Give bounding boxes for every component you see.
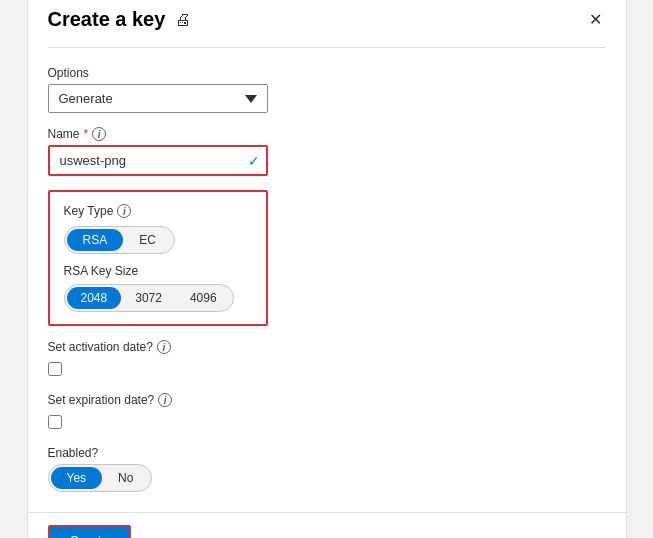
close-icon[interactable]: ✕ [585, 6, 606, 33]
key-type-section: Key Type i RSA EC RSA Key Size 2048 3072… [48, 190, 268, 326]
rsa-size-toggle: 2048 3072 4096 [64, 284, 234, 312]
activation-date-label: Set activation date? i [48, 340, 606, 354]
rsa-size-4096-btn[interactable]: 4096 [176, 287, 231, 309]
options-label: Options [48, 66, 606, 80]
enabled-no-btn[interactable]: No [102, 467, 149, 489]
name-required: * [84, 127, 89, 141]
create-button[interactable]: Create [48, 525, 131, 538]
rsa-key-size-label: RSA Key Size [64, 264, 252, 278]
activation-date-group: Set activation date? i [48, 340, 606, 379]
name-label: Name * i [48, 127, 606, 141]
enabled-toggle: Yes No [48, 464, 153, 492]
print-icon[interactable]: 🖨 [175, 11, 191, 29]
options-field: Options Generate Import Restore Backup [48, 66, 606, 113]
enabled-yes-btn[interactable]: Yes [51, 467, 103, 489]
expiration-date-label: Set expiration date? i [48, 393, 606, 407]
rsa-size-3072-btn[interactable]: 3072 [121, 287, 176, 309]
options-select[interactable]: Generate Import Restore Backup [48, 84, 268, 113]
enabled-label: Enabled? [48, 446, 606, 460]
key-type-ec-btn[interactable]: EC [123, 229, 172, 251]
panel-footer: Create [28, 512, 626, 538]
name-check-icon: ✓ [248, 153, 260, 169]
panel-header: Home > myimport1 > Select key from Azure… [28, 0, 626, 48]
expiration-date-group: Set expiration date? i [48, 393, 606, 432]
rsa-size-2048-btn[interactable]: 2048 [67, 287, 122, 309]
expiration-date-checkbox[interactable] [48, 415, 62, 429]
page-title: Create a key [48, 8, 166, 31]
key-type-info-icon[interactable]: i [117, 204, 131, 218]
key-type-toggle: RSA EC [64, 226, 175, 254]
panel-body: Options Generate Import Restore Backup N… [28, 48, 626, 492]
activation-info-icon[interactable]: i [157, 340, 171, 354]
name-input[interactable] [48, 145, 268, 176]
activation-date-checkbox[interactable] [48, 362, 62, 376]
key-type-label: Key Type i [64, 204, 252, 218]
key-type-rsa-btn[interactable]: RSA [67, 229, 124, 251]
create-key-panel: Home > myimport1 > Select key from Azure… [27, 0, 627, 538]
expiration-info-icon[interactable]: i [158, 393, 172, 407]
name-field: Name * i ✓ [48, 127, 606, 176]
name-info-icon[interactable]: i [92, 127, 106, 141]
title-left: Create a key 🖨 [48, 8, 192, 31]
name-input-wrapper: ✓ [48, 145, 268, 176]
enabled-group: Enabled? Yes No [48, 446, 606, 492]
title-row: Create a key 🖨 ✕ [48, 6, 606, 33]
